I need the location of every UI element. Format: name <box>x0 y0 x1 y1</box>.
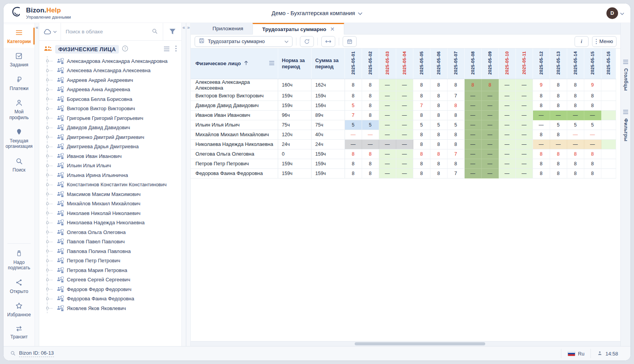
column-header-norm[interactable]: Норма за период <box>278 49 311 79</box>
cell-day[interactable]: — <box>379 168 396 178</box>
sidebar-item-menu[interactable]: Категории <box>3 24 35 48</box>
tree-expand-node[interactable] <box>46 79 49 81</box>
column-header-date[interactable]: 2025-05-13 <box>550 49 567 79</box>
refresh-button[interactable] <box>300 36 314 47</box>
sidebar-item-share[interactable]: Открыто <box>3 274 35 298</box>
tree-item[interactable]: Андреева Анна Андреевна <box>45 85 181 95</box>
cell-day-partial[interactable] <box>601 101 616 110</box>
cell-day[interactable]: 5 <box>447 120 464 130</box>
column-header-date[interactable]: 2025-05-10 <box>498 49 516 79</box>
cell-day[interactable]: — <box>533 139 550 149</box>
column-header-date[interactable]: 2025-05-15 <box>584 49 601 79</box>
help-icon[interactable]: ? <box>122 45 128 53</box>
cell-day[interactable]: — <box>464 110 481 120</box>
sidebar-item-search[interactable]: Поиск <box>3 153 35 176</box>
cell-day[interactable]: — <box>396 110 413 120</box>
cell-day[interactable]: — <box>464 149 481 159</box>
cell-person[interactable]: Викторов Виктор Викторович <box>191 91 278 101</box>
cell-day[interactable]: 8 <box>481 79 498 91</box>
cell-day[interactable]: — <box>464 159 481 168</box>
cell-sum[interactable]: 159ч <box>311 149 345 159</box>
cell-day[interactable]: 8 <box>413 139 430 149</box>
table-row[interactable]: Петров Петр Петрович159ч159ч88——888————8… <box>191 159 616 168</box>
cell-day[interactable]: 8 <box>533 91 550 101</box>
splitter-sidebar[interactable]: « <box>35 23 39 346</box>
cell-day-partial[interactable] <box>601 139 616 149</box>
cell-day[interactable]: — <box>516 79 533 91</box>
cell-day[interactable]: — <box>516 120 533 130</box>
cell-day[interactable]: — <box>481 110 498 120</box>
kebab-menu-icon[interactable] <box>175 45 177 53</box>
tree-expand-node[interactable] <box>46 117 49 119</box>
cell-day[interactable]: 8 <box>345 149 362 159</box>
cell-day[interactable]: 8 <box>362 110 379 120</box>
cell-day[interactable]: — <box>379 91 396 101</box>
user-menu[interactable]: D <box>606 7 624 19</box>
cell-day[interactable]: — <box>481 168 498 178</box>
cell-sum[interactable]: 40ч <box>311 130 345 139</box>
tree-expand-node[interactable] <box>46 193 49 195</box>
tree-expand-node[interactable] <box>46 203 49 205</box>
cell-person[interactable]: Николаева Надежда Николаевна <box>191 139 278 149</box>
cell-person[interactable]: Федорова Фаина Федоровна <box>191 168 278 178</box>
cell-day[interactable]: — <box>379 110 396 120</box>
cell-day[interactable]: — <box>584 139 601 149</box>
view-select[interactable]: Трудозатраты суммарно <box>195 36 293 47</box>
cloud-search-input[interactable] <box>66 29 148 35</box>
tree-item[interactable]: Максимов Максим Максимович <box>45 189 181 199</box>
cell-day[interactable]: — <box>516 91 533 101</box>
cell-day[interactable]: 8 <box>567 149 584 159</box>
cell-day[interactable]: — <box>379 120 396 130</box>
cell-day[interactable]: — <box>533 120 550 130</box>
tree-expand-node[interactable] <box>46 250 49 252</box>
tree-item[interactable]: Олегова Ольга Олеговна <box>45 227 181 237</box>
cell-day[interactable]: — <box>379 79 396 91</box>
cell-day[interactable]: 8 <box>550 168 567 178</box>
column-header-date[interactable]: 2025-05-01 <box>345 49 362 79</box>
cell-day[interactable]: 8 <box>413 110 430 120</box>
tree-item[interactable]: Павлов Павел Павлович <box>45 237 181 247</box>
cell-day[interactable]: 8 <box>413 168 430 178</box>
cell-day[interactable]: 8 <box>413 159 430 168</box>
tab-close-icon[interactable]: ✕ <box>330 26 335 32</box>
tree-expand-node[interactable] <box>46 107 49 110</box>
tree-item[interactable]: Павлова Полина Павловна <box>45 246 181 256</box>
tree-item[interactable]: Николаев Николай Николаевич <box>45 208 181 218</box>
cell-day[interactable]: 8 <box>362 79 379 91</box>
cell-day[interactable]: — <box>396 91 413 101</box>
sidebar-item-usb[interactable]: Надо подписать <box>3 245 35 274</box>
tree-expand-node[interactable] <box>46 231 49 233</box>
cell-day-partial[interactable] <box>601 149 616 159</box>
tree-expand-node[interactable] <box>46 98 49 100</box>
cell-day[interactable]: 8 <box>533 149 550 159</box>
cell-day[interactable]: — <box>396 130 413 139</box>
cell-norm[interactable]: 96ч <box>278 110 311 120</box>
cell-day[interactable]: — <box>516 110 533 120</box>
cell-day[interactable]: 5 <box>584 120 601 130</box>
cell-day[interactable]: — <box>498 130 516 139</box>
tree-expand-node[interactable] <box>46 241 49 243</box>
tree-item[interactable]: Викторов Виктор Викторович <box>45 104 181 114</box>
cell-day[interactable]: — <box>481 149 498 159</box>
table-row[interactable]: Давидов Давид Давидович159ч156ч58——788——… <box>191 101 616 110</box>
tree-expand-node[interactable] <box>46 184 49 186</box>
tree-item[interactable]: Иванов Иван Иванович <box>45 151 181 161</box>
table-row[interactable]: Михайлов Михаил Михайлович120ч40ч————888… <box>191 130 616 139</box>
cell-day[interactable]: 8 <box>413 130 430 139</box>
column-header-date[interactable]: 2025-05-02 <box>362 49 379 79</box>
tree-expand-node[interactable] <box>46 260 49 262</box>
tree-list-menu-icon[interactable] <box>164 46 170 53</box>
cell-day[interactable]: 8 <box>447 110 464 120</box>
cell-day[interactable]: 8 <box>584 159 601 168</box>
tree-item[interactable]: Алексеева Александра Алексеевна <box>45 66 181 76</box>
cell-norm[interactable]: 160ч <box>278 79 311 91</box>
horizontal-scrollbar[interactable] <box>191 341 620 346</box>
cell-day[interactable]: — <box>379 139 396 149</box>
cell-day[interactable]: 8 <box>447 79 464 91</box>
cell-day-partial[interactable] <box>601 120 616 130</box>
cell-day[interactable]: 8 <box>430 149 447 159</box>
splitter-tree-expand[interactable]: » <box>186 23 191 346</box>
sidebar-item-tasks[interactable]: Задания <box>3 48 35 71</box>
tab-2[interactable]: Трудозатраты суммарно✕ <box>253 23 344 35</box>
cell-day[interactable]: — <box>498 120 516 130</box>
